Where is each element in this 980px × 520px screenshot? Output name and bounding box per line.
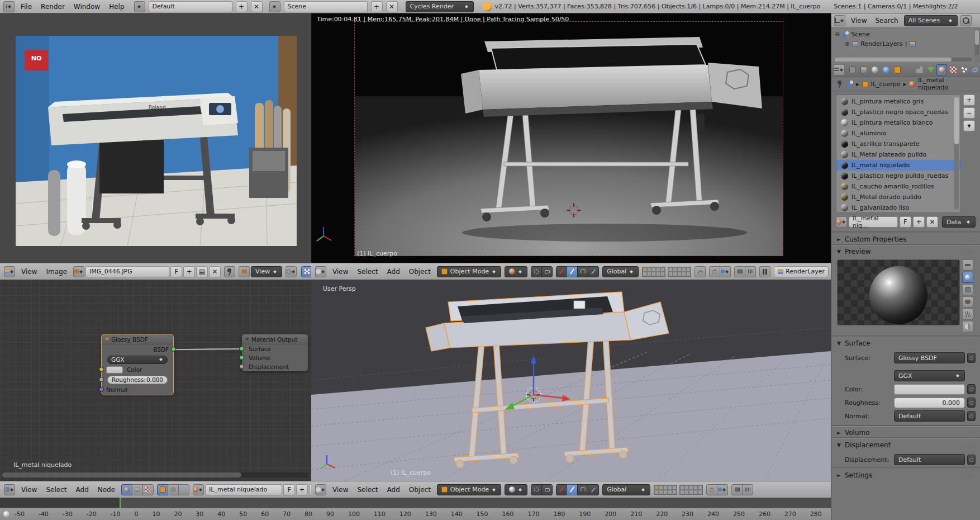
node-editor-canvas[interactable]: Glossy BSDF BSDF GGX Color Roughness:0.0… [0,280,311,481]
surface-shader-button[interactable]: Glossy BSDF [894,352,965,363]
glossy-node-header[interactable]: Glossy BSDF [102,334,173,344]
mode-select[interactable]: Object Mode [437,484,501,495]
roughness-slider[interactable]: Roughness:0.000 [107,376,168,384]
object-shader-toggle[interactable] [157,484,168,495]
vertical-scrollbar[interactable] [975,30,979,55]
tab-particles[interactable] [959,64,969,75]
roughness-input-socket[interactable] [99,377,104,382]
menu-view[interactable]: View [18,268,40,276]
menu-object[interactable]: Object [406,268,434,276]
panel-settings[interactable]: ►Settings:::: [831,469,980,481]
new-image-button[interactable]: + [183,266,195,277]
tab-render[interactable] [847,64,858,75]
output-node-header[interactable]: Material Output [242,334,308,344]
preview-flat-button[interactable] [962,259,973,271]
fake-user-button[interactable]: F [900,216,911,228]
scale-manipulator-button[interactable] [588,266,599,277]
normal-node-link-button[interactable] [967,411,976,421]
compositing-nodes-toggle[interactable] [132,484,143,495]
roughness-node-link-button[interactable] [967,398,976,408]
material-slot-item[interactable]: IL_pintura metalico blanco [836,117,960,128]
material-slot-item[interactable]: IL_plastico negro opaco_ruedas [836,107,960,117]
panel-custom-properties[interactable]: ►Custom Properties:::: [831,233,980,245]
editor-type-3dview-icon[interactable] [315,484,326,495]
material-slot-item[interactable]: IL_Metal dorado pulido [836,192,960,202]
editor-type-properties-icon[interactable] [834,64,845,75]
lineart-toggle[interactable] [178,484,189,495]
slot-view-select[interactable]: View [251,266,282,277]
rotate-manipulator-button[interactable] [577,266,588,277]
opengl-render-anim-button[interactable] [745,266,756,277]
image-editor-canvas[interactable]: NO [0,13,311,263]
menu-view[interactable]: View [848,17,869,25]
color-swatch[interactable] [106,366,123,374]
timeline-handle-icon[interactable] [3,511,9,517]
new-material-button[interactable]: + [296,484,308,495]
menu-add[interactable]: Add [73,486,92,494]
editor-type-info-icon[interactable]: i [3,1,15,12]
preview-world-button[interactable] [962,321,973,332]
menu-select[interactable]: Select [354,486,380,494]
display-device-button[interactable] [286,266,297,277]
timeline-playhead[interactable] [120,498,121,508]
layout-name-field[interactable]: Default [149,1,232,12]
menu-view[interactable]: View [330,268,351,276]
menu-node[interactable]: Node [95,486,118,494]
editor-type-outliner-icon[interactable] [834,15,845,26]
distribution-select[interactable]: GGX [107,356,168,364]
expand-icon[interactable]: ⊕ [845,40,850,48]
add-material-slot-button[interactable]: + [963,94,975,106]
translate-manipulator-button[interactable] [567,484,578,495]
breadcrumb-material[interactable]: IL_metal niquelado [918,77,976,91]
surface-input-socket[interactable] [239,346,244,351]
render-pause-button[interactable] [759,266,770,277]
material-slot-item[interactable]: IL_plastico negro pulido_ruedas [836,171,960,181]
menu-select[interactable]: Select [43,486,69,494]
color-swatch-button[interactable] [894,384,965,395]
viewport-canvas[interactable]: User Persp (1) IL_cuerpo [311,280,831,481]
opengl-render-button[interactable] [734,266,745,277]
editor-type-image-icon[interactable] [4,266,15,277]
datablock-mode-select[interactable]: Data [942,216,976,228]
image-datablock-icon[interactable] [73,266,84,277]
unlink-material-button[interactable]: ✕ [926,216,938,228]
tab-physics[interactable] [970,64,980,75]
vertical-scrollbar[interactable] [954,97,959,209]
material-specials-menu-button[interactable]: ▼ [963,120,975,131]
menu-object[interactable]: Object [406,486,434,494]
menu-view[interactable]: View [330,486,351,494]
translate-manipulator-button[interactable] [567,266,578,277]
shader-node-link-button[interactable] [967,353,976,363]
menu-render[interactable]: Render [38,3,68,11]
tab-texture[interactable] [948,64,958,75]
normal-button[interactable]: Default [894,410,965,422]
remove-material-slot-button[interactable]: − [963,107,975,119]
outliner-item-scene[interactable]: ⊖ Scene [835,30,974,39]
pivot-align-toggle[interactable] [541,484,553,495]
scale-manipulator-button[interactable] [588,484,599,495]
panel-volume[interactable]: ►Volume:::: [831,426,980,438]
tab-world[interactable] [881,64,891,75]
menu-search[interactable]: Search [872,17,901,25]
material-slot-item[interactable]: IL_Metal plateado pulido [836,149,960,160]
material-name-field[interactable]: IL_metal niq... [849,216,898,228]
horizontal-scrollbar[interactable] [835,58,972,62]
preview-sphere-button[interactable] [962,272,973,283]
layer-grid-1[interactable] [642,267,665,277]
bsdf-output-socket[interactable] [171,347,176,352]
editor-type-node-icon[interactable] [4,484,15,495]
scene-icon[interactable] [269,1,280,12]
rotate-manipulator-button[interactable] [577,484,588,495]
layers-widget[interactable] [654,485,703,495]
scene-name-field[interactable]: Scene [284,1,368,12]
render-layer-select[interactable]: RenderLayer [774,266,829,277]
distribution-select[interactable]: GGX [894,370,965,381]
menu-add[interactable]: Add [384,486,403,494]
preview-cube-button[interactable] [962,284,973,295]
pin-image-button[interactable] [224,266,235,277]
opengl-render-button[interactable] [731,484,743,495]
new-material-button[interactable]: + [913,216,925,228]
material-output-node[interactable]: Material Output Surface Volume Displacem… [242,334,308,371]
material-slot-item[interactable]: IL_aluminio [836,128,960,139]
viewport-shading-select[interactable] [505,266,527,277]
